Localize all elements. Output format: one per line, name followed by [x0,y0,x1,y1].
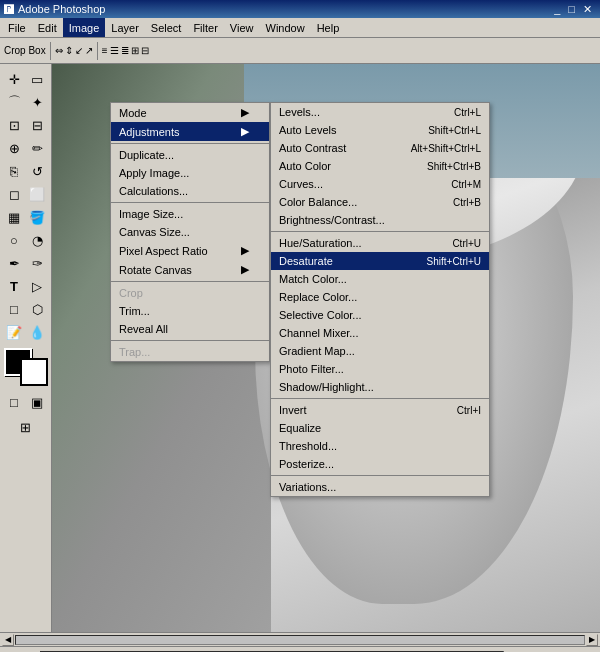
adj-color-balance[interactable]: Color Balance... Ctrl+B [271,193,489,211]
text-tool[interactable]: T [3,275,25,297]
lasso-tool[interactable]: ⌒ [3,91,25,113]
bg-eraser-tool[interactable]: ⬜ [26,183,48,205]
tool-row-7: ▦ 🪣 [3,206,48,228]
scroll-track[interactable] [15,635,585,645]
blur-tool[interactable]: ○ [3,229,25,251]
tool-row-5: ⎘ ↺ [3,160,48,182]
menu-rotate-canvas-arrow: ▶ [241,263,249,276]
color-swatch[interactable] [4,348,48,386]
tool-row-11: □ ⬡ [3,298,48,320]
adj-gradient-map[interactable]: Gradient Map... [271,342,489,360]
menu-view[interactable]: View [224,18,260,37]
adj-match-color[interactable]: Match Color... [271,270,489,288]
menu-select[interactable]: Select [145,18,188,37]
menu-help[interactable]: Help [311,18,346,37]
freeform-pen-tool[interactable]: ✑ [26,252,48,274]
brush-tool[interactable]: ✏ [26,137,48,159]
main-layout: ✛ ▭ ⌒ ✦ ⊡ ⊟ ⊕ ✏ ⎘ ↺ ◻ ⬜ ▦ 🪣 ○ ◔ [0,64,600,632]
scroll-left-btn[interactable]: ◀ [2,634,14,646]
dodge-tool[interactable]: ◔ [26,229,48,251]
menu-trim[interactable]: Trim... [111,302,269,320]
custom-shape-tool[interactable]: ⬡ [26,298,48,320]
adj-threshold[interactable]: Threshold... [271,437,489,455]
title-bar: 🅿 Adobe Photoshop _ □ ✕ [0,0,600,18]
adj-sep-2 [271,398,489,399]
notes-tool[interactable]: 📝 [3,321,25,343]
quick-mask-btn[interactable]: ▣ [26,391,48,413]
adj-auto-color[interactable]: Auto Color Shift+Ctrl+B [271,157,489,175]
eraser-tool[interactable]: ◻ [3,183,25,205]
screen-mode-btn[interactable]: ⊞ [15,416,37,438]
menu-crop: Crop [111,284,269,302]
menu-image-size[interactable]: Image Size... [111,205,269,223]
menu-adjustments[interactable]: Adjustments ▶ [111,122,269,141]
adj-hue-sat[interactable]: Hue/Saturation... Ctrl+U [271,234,489,252]
adj-auto-levels[interactable]: Auto Levels Shift+Ctrl+L [271,121,489,139]
adj-curves[interactable]: Curves... Ctrl+M [271,175,489,193]
gradient-tool[interactable]: ▦ [3,206,25,228]
history-brush-tool[interactable]: ↺ [26,160,48,182]
adj-photo-filter[interactable]: Photo Filter... [271,360,489,378]
quick-select-tool[interactable]: ✦ [26,91,48,113]
adj-brightness[interactable]: Brightness/Contrast... [271,211,489,229]
image-menu-dropdown: Mode ▶ Adjustments ▶ Duplicate... Apply … [110,102,270,362]
move-tool[interactable]: ✛ [3,68,25,90]
background-color[interactable] [20,358,48,386]
menu-mode-arrow: ▶ [241,106,249,119]
slice-tool[interactable]: ⊟ [26,114,48,136]
maximize-btn[interactable]: □ [564,3,579,15]
adj-auto-contrast[interactable]: Auto Contrast Alt+Shift+Ctrl+L [271,139,489,157]
tool-row-8: ○ ◔ [3,229,48,251]
adj-invert[interactable]: Invert Ctrl+I [271,401,489,419]
adj-auto-color-shortcut: Shift+Ctrl+B [427,161,481,172]
pen-tool[interactable]: ✒ [3,252,25,274]
menu-mode[interactable]: Mode ▶ [111,103,269,122]
close-btn[interactable]: ✕ [579,3,596,16]
adj-shadow-highlight[interactable]: Shadow/Highlight... [271,378,489,396]
scroll-right-btn[interactable]: ▶ [586,634,598,646]
marquee-tool[interactable]: ▭ [26,68,48,90]
adj-levels-label: Levels... [279,106,320,118]
adj-channel-mixer[interactable]: Channel Mixer... [271,324,489,342]
adj-auto-levels-shortcut: Shift+Ctrl+L [428,125,481,136]
adj-desaturate[interactable]: Desaturate Shift+Ctrl+U [271,252,489,270]
adj-variations[interactable]: Variations... [271,478,489,496]
menu-calculations[interactable]: Calculations... [111,182,269,200]
toolbar-align-1: ≡ [102,45,108,56]
menu-filter[interactable]: Filter [187,18,223,37]
adj-sep-1 [271,231,489,232]
adj-levels[interactable]: Levels... Ctrl+L [271,103,489,121]
menu-adjustments-arrow: ▶ [241,125,249,138]
shape-tool[interactable]: □ [3,298,25,320]
adj-replace-color[interactable]: Replace Color... [271,288,489,306]
menu-rotate-canvas[interactable]: Rotate Canvas ▶ [111,260,269,279]
standard-mode-btn[interactable]: □ [3,391,25,413]
menu-canvas-size[interactable]: Canvas Size... [111,223,269,241]
heal-tool[interactable]: ⊕ [3,137,25,159]
menu-pixel-aspect[interactable]: Pixel Aspect Ratio ▶ [111,241,269,260]
menu-file[interactable]: File [2,18,32,37]
adj-selective-color[interactable]: Selective Color... [271,306,489,324]
menu-apply-image[interactable]: Apply Image... [111,164,269,182]
minimize-btn[interactable]: _ [550,3,564,15]
menu-duplicate[interactable]: Duplicate... [111,146,269,164]
menu-reveal-all[interactable]: Reveal All [111,320,269,338]
crop-tool[interactable]: ⊡ [3,114,25,136]
menu-layer[interactable]: Layer [105,18,145,37]
menu-image[interactable]: Image [63,18,106,37]
menu-bar: File Edit Image Layer Select Filter View… [0,18,600,38]
path-tool[interactable]: ▷ [26,275,48,297]
adj-brightness-label: Brightness/Contrast... [279,214,385,226]
menu-pixel-aspect-label: Pixel Aspect Ratio [119,245,208,257]
eyedropper-tool[interactable]: 💧 [26,321,48,343]
adj-equalize[interactable]: Equalize [271,419,489,437]
tool-row-4: ⊕ ✏ [3,137,48,159]
adj-posterize[interactable]: Posterize... [271,455,489,473]
clone-tool[interactable]: ⎘ [3,160,25,182]
menu-edit[interactable]: Edit [32,18,63,37]
horizontal-scrollbar[interactable]: ◀ ▶ [0,632,600,646]
toolbar-separator-1 [50,42,51,60]
paint-bucket-tool[interactable]: 🪣 [26,206,48,228]
menu-window[interactable]: Window [260,18,311,37]
status-bar: 100% Doc: 2.25M/2.25M [0,646,600,652]
